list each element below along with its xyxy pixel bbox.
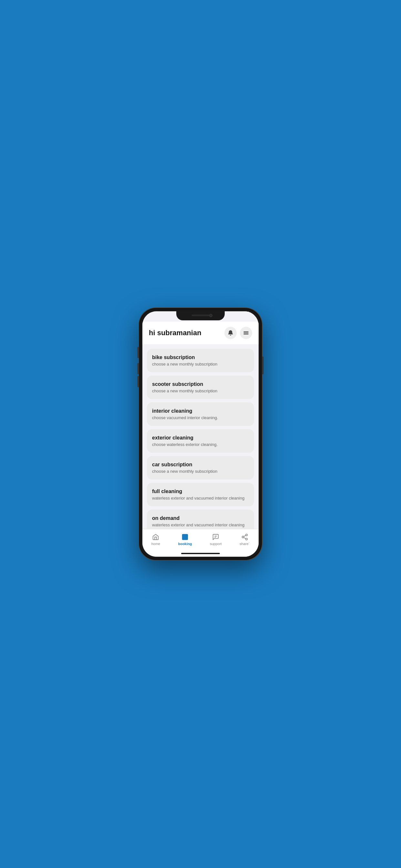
notch	[176, 311, 225, 320]
home-icon	[152, 533, 159, 541]
share-label: share`	[240, 542, 250, 546]
home-label: home	[151, 542, 160, 546]
phone-screen: hi subramanian	[143, 311, 258, 557]
camera	[209, 314, 212, 317]
service-desc-on-demand: waterless exterior and vacuumed interior…	[152, 523, 249, 527]
service-card-exterior-cleaning[interactable]: exterior cleaningchoose waterless exteri…	[147, 429, 254, 453]
service-title-scooter-subscription: scooter subscription	[152, 381, 249, 387]
service-title-on-demand: on demand	[152, 516, 249, 521]
nav-support[interactable]: support	[207, 532, 225, 547]
header-icons	[224, 327, 252, 339]
phone-frame: hi subramanian	[139, 308, 262, 560]
support-icon	[212, 533, 220, 541]
svg-line-12	[244, 535, 246, 537]
service-title-interior-cleaning: interior cleaning	[152, 408, 249, 414]
service-card-interior-cleaning[interactable]: interior cleaningchoose vacuumed interio…	[147, 402, 254, 426]
home-indicator	[143, 551, 258, 557]
service-card-car-subscription[interactable]: car subscriptionchoose a new monthly sub…	[147, 456, 254, 479]
service-card-scooter-subscription[interactable]: scooter subscriptionchoose a new monthly…	[147, 376, 254, 399]
service-card-bike-subscription[interactable]: bike subscriptionchoose a new monthly su…	[147, 349, 254, 372]
greeting-text: hi subramanian	[149, 329, 202, 337]
menu-button[interactable]	[240, 327, 252, 339]
service-title-exterior-cleaning: exterior cleaning	[152, 435, 249, 441]
service-title-bike-subscription: bike subscription	[152, 354, 249, 361]
service-title-car-subscription: car subscription	[152, 462, 249, 468]
service-desc-full-cleaning: waterless exterior and vacuumed interior…	[152, 496, 249, 500]
service-desc-interior-cleaning: choose vacuumed interior cleaning.	[152, 415, 249, 420]
service-card-on-demand[interactable]: on demandwaterless exterior and vacuumed…	[147, 509, 254, 529]
notification-button[interactable]	[224, 327, 237, 339]
share-icon	[241, 533, 249, 541]
service-title-full-cleaning: full cleaning	[152, 489, 249, 494]
service-desc-bike-subscription: choose a new monthly subscription	[152, 362, 249, 367]
svg-line-11	[244, 537, 246, 538]
nav-booking[interactable]: booking	[175, 532, 195, 547]
service-desc-scooter-subscription: choose a new monthly subscription	[152, 389, 249, 393]
nav-share[interactable]: share`	[236, 532, 253, 547]
bell-icon	[227, 330, 234, 336]
app-content: hi subramanian	[143, 311, 258, 557]
service-list: bike subscriptionchoose a new monthly su…	[143, 344, 258, 529]
booking-icon	[181, 533, 189, 541]
home-bar	[181, 553, 220, 554]
service-card-full-cleaning[interactable]: full cleaningwaterless exterior and vacu…	[147, 483, 254, 506]
nav-home[interactable]: home	[148, 532, 164, 547]
hamburger-icon	[243, 330, 249, 336]
support-label: support	[210, 542, 222, 546]
speaker	[192, 314, 210, 316]
service-desc-exterior-cleaning: choose waterless exterior cleaning.	[152, 442, 249, 447]
header: hi subramanian	[143, 321, 258, 344]
bottom-nav: home booking	[143, 529, 258, 551]
svg-rect-3	[182, 534, 188, 540]
service-desc-car-subscription: choose a new monthly subscription	[152, 469, 249, 474]
booking-label: booking	[178, 542, 192, 546]
